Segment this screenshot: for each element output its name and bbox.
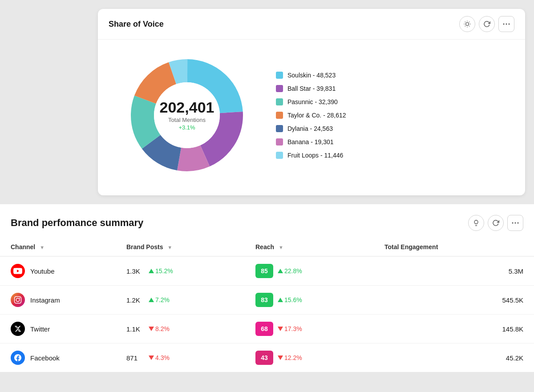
posts-value: 1.3K — [126, 267, 144, 275]
legend-color — [276, 72, 283, 79]
reach-trend-up: 15.6% — [278, 296, 302, 303]
table-row: Instagram 1.2K 7.2% 83 15.6% 545.5K — [0, 286, 534, 315]
svg-rect-17 — [15, 297, 21, 303]
lightbulb-icon-2 — [473, 219, 480, 226]
more-icon — [503, 23, 510, 25]
brand-posts-cell: 1.1K 8.2% — [116, 315, 245, 344]
engagement-value: 5.3M — [384, 267, 523, 275]
share-of-voice-card: Share of Voice — [98, 9, 525, 195]
donut-chart: 202,401 Total Mentions +3.1% — [125, 53, 249, 178]
trend-down-icon — [149, 356, 154, 360]
svg-point-10 — [506, 24, 507, 25]
legend-color — [276, 85, 283, 92]
trend-down-icon — [278, 327, 283, 331]
legend-label: Banana - 19,301 — [287, 138, 334, 145]
col-header-reach[interactable]: Reach ▼ — [245, 238, 374, 256]
reach-cell: 85 22.8% — [245, 256, 374, 286]
posts-trend-up: 7.2% — [149, 296, 170, 303]
engagement-value: 545.5K — [384, 296, 523, 304]
legend: Soulskin - 48,523 Ball Star - 39,831 Pas… — [276, 72, 346, 159]
svg-point-19 — [19, 298, 20, 299]
legend-label: Pasunnic - 32,390 — [287, 98, 338, 105]
donut-total: 202,401 — [160, 100, 214, 115]
card-title: Share of Voice — [109, 20, 164, 29]
col-header-engagement: Total Engagement — [374, 238, 534, 256]
engagement-cell: 45.2K — [374, 344, 534, 372]
reach-cell: 83 15.6% — [245, 286, 374, 315]
col-header-posts[interactable]: Brand Posts ▼ — [116, 238, 245, 256]
chart-area: 202,401 Total Mentions +3.1% Soulskin - … — [98, 40, 525, 195]
svg-marker-24 — [149, 356, 154, 360]
legend-item: Soulskin - 48,523 — [276, 72, 346, 79]
channel-cell: Youtube — [0, 256, 116, 286]
legend-item: Dylania - 24,563 — [276, 125, 346, 132]
legend-label: Soulskin - 48,523 — [287, 72, 336, 79]
brand-summary-actions — [468, 215, 523, 231]
reach-cell: 68 17.3% — [245, 315, 374, 344]
channel-name: Facebook — [30, 354, 60, 362]
posts-trend-down: 8.2% — [149, 325, 170, 332]
legend-color — [276, 152, 283, 159]
table-row: Twitter 1.1K 8.2% 68 17.3% 145.8K — [0, 315, 534, 344]
svg-marker-16 — [278, 269, 283, 273]
posts-trend-down: 4.3% — [149, 354, 170, 361]
refresh-button[interactable] — [479, 16, 495, 32]
svg-point-0 — [466, 23, 469, 26]
brand-summary-header: Brand perfomance summary — [0, 204, 534, 238]
svg-marker-21 — [278, 298, 283, 302]
svg-marker-22 — [149, 327, 154, 331]
svg-point-11 — [509, 24, 510, 25]
brand-table: Channel ▼ Brand Posts ▼ Reach ▼ Total En… — [0, 238, 534, 372]
more-button[interactable] — [498, 16, 514, 32]
legend-label: Dylania - 24,563 — [287, 125, 333, 132]
lightbulb-icon — [464, 20, 471, 28]
svg-point-9 — [503, 24, 505, 25]
summary-more-button[interactable] — [507, 215, 523, 231]
svg-point-12 — [512, 222, 514, 224]
reach-cell: 43 12.2% — [245, 344, 374, 372]
refresh-icon — [483, 20, 490, 28]
refresh-icon-2 — [492, 219, 499, 226]
table-row: Facebook 871 4.3% 43 12.2% 45.2K — [0, 344, 534, 372]
engagement-cell: 5.3M — [374, 256, 534, 286]
legend-item: Fruit Loops - 11,446 — [276, 152, 346, 159]
lightbulb-button[interactable] — [459, 16, 475, 32]
reach-trend-down: 12.2% — [278, 354, 302, 361]
sort-icon-reach: ▼ — [279, 245, 283, 250]
donut-center: 202,401 Total Mentions +3.1% — [160, 100, 214, 131]
brand-posts-cell: 871 4.3% — [116, 344, 245, 372]
channel-cell: Twitter — [0, 315, 116, 344]
col-header-channel[interactable]: Channel ▼ — [0, 238, 116, 256]
brand-posts-cell: 1.2K 7.2% — [116, 286, 245, 315]
facebook-icon — [11, 351, 25, 365]
trend-down-icon — [149, 327, 154, 331]
reach-badge: 85 — [255, 264, 273, 278]
summary-lightbulb-button[interactable] — [468, 215, 484, 231]
channel-cell: Facebook — [0, 344, 116, 372]
svg-marker-23 — [278, 327, 283, 331]
legend-color — [276, 98, 283, 105]
svg-point-13 — [515, 222, 516, 224]
sort-icon-channel: ▼ — [40, 245, 44, 250]
table-row: Youtube 1.3K 15.2% 85 22.8% 5.3M — [0, 256, 534, 286]
legend-label: Fruit Loops - 11,446 — [287, 152, 343, 159]
legend-color — [276, 138, 283, 145]
youtube-icon — [11, 264, 25, 278]
summary-refresh-button[interactable] — [488, 215, 504, 231]
reach-badge: 43 — [255, 351, 273, 365]
engagement-cell: 145.8K — [374, 315, 534, 344]
sort-icon-posts: ▼ — [167, 245, 172, 250]
svg-line-4 — [469, 26, 469, 26]
svg-marker-15 — [149, 269, 154, 273]
posts-value: 1.2K — [126, 296, 144, 304]
trend-up-icon — [149, 298, 154, 302]
brand-posts-cell: 1.3K 15.2% — [116, 256, 245, 286]
trend-up-icon — [278, 298, 283, 302]
donut-label: Total Mentions — [160, 117, 214, 123]
legend-item: Pasunnic - 32,390 — [276, 98, 346, 105]
legend-item: Banana - 19,301 — [276, 138, 346, 145]
table-header-row: Channel ▼ Brand Posts ▼ Reach ▼ Total En… — [0, 238, 534, 256]
legend-color — [276, 112, 283, 119]
brand-summary-title: Brand perfomance summary — [11, 217, 143, 229]
brand-summary-section: Brand perfomance summary — [0, 204, 534, 372]
